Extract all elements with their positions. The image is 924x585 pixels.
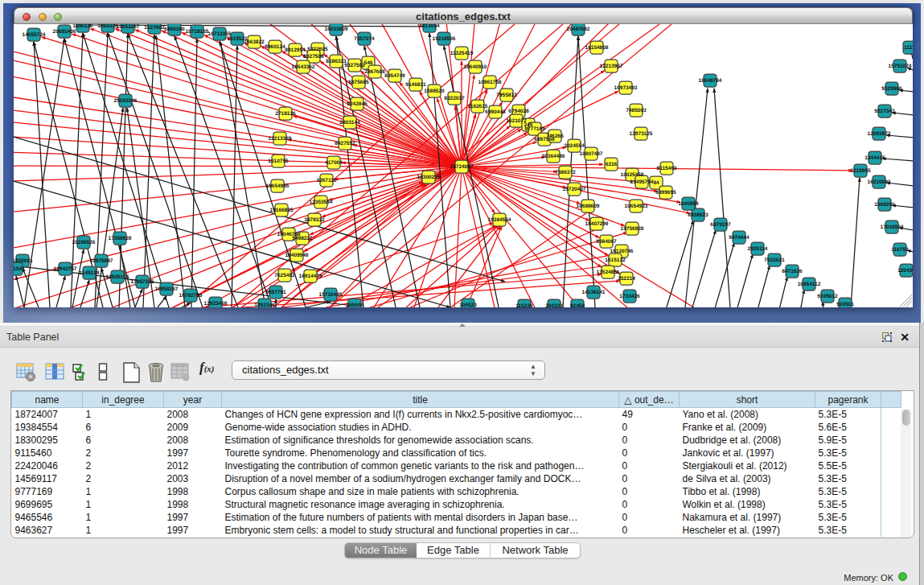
svg-text:9327508: 9327508 <box>303 54 324 60</box>
svg-text:7663822: 7663822 <box>244 39 265 45</box>
svg-text:18409948: 18409948 <box>285 253 309 258</box>
svg-text:10961758: 10961758 <box>478 80 502 85</box>
svg-text:1117: 1117 <box>904 45 913 51</box>
svg-text:116753: 116753 <box>891 247 909 253</box>
svg-text:16914479: 16914479 <box>299 274 322 279</box>
svg-text:15720407: 15720407 <box>563 187 586 192</box>
svg-text:14055724: 14055724 <box>23 32 46 38</box>
svg-text:17957225: 17957225 <box>131 279 154 285</box>
svg-text:12093872: 12093872 <box>868 131 891 137</box>
svg-text:204233: 204233 <box>545 303 563 307</box>
svg-text:1835001: 1835001 <box>14 258 33 264</box>
svg-text:10688609: 10688609 <box>577 204 600 209</box>
svg-text:17359928: 17359928 <box>109 236 132 241</box>
svg-text:20487682: 20487682 <box>567 27 590 32</box>
svg-text:991541: 991541 <box>14 266 25 272</box>
svg-text:13495794: 13495794 <box>630 179 654 185</box>
svg-text:12353594: 12353594 <box>310 200 333 205</box>
svg-text:11325419: 11325419 <box>450 51 474 56</box>
svg-text:6794028: 6794028 <box>508 109 529 114</box>
svg-text:252214: 252214 <box>618 276 635 282</box>
svg-text:16154808: 16154808 <box>585 45 609 51</box>
svg-text:12923468: 12923468 <box>204 301 228 307</box>
svg-text:20206526: 20206526 <box>72 240 96 245</box>
svg-text:18300275: 18300275 <box>417 175 441 180</box>
svg-text:19756928: 19756928 <box>621 226 644 232</box>
svg-text:10719155: 10719155 <box>186 29 209 35</box>
svg-text:9245612: 9245612 <box>817 294 838 299</box>
svg-text:7386372: 7386372 <box>555 170 576 175</box>
svg-text:7625402: 7625402 <box>274 273 295 278</box>
svg-text:3878332: 3878332 <box>304 217 325 223</box>
svg-text:9327503: 9327503 <box>344 63 365 68</box>
svg-text:20364486: 20364486 <box>542 154 565 159</box>
svg-text:10654112: 10654112 <box>798 282 821 287</box>
svg-text:8960124: 8960124 <box>265 44 285 50</box>
svg-text:1292346: 1292346 <box>254 303 275 307</box>
svg-text:1162615: 1162615 <box>468 104 488 109</box>
svg-text:84: 84 <box>653 180 659 186</box>
svg-text:12505135: 12505135 <box>106 274 129 280</box>
svg-text:8427552: 8427552 <box>335 141 355 146</box>
svg-text:1640954: 1640954 <box>678 201 699 207</box>
svg-text:1890110: 1890110 <box>73 24 93 29</box>
svg-text:8186323: 8186323 <box>326 59 347 64</box>
svg-text:1145134: 1145134 <box>80 270 100 276</box>
svg-text:5322605: 5322605 <box>307 47 328 52</box>
svg-text:2718126: 2718126 <box>275 111 296 117</box>
svg-text:16210693: 16210693 <box>868 179 891 185</box>
svg-text:20691406: 20691406 <box>53 29 76 35</box>
svg-text:15716485: 15716485 <box>319 292 343 298</box>
svg-text:9227343: 9227343 <box>874 109 895 114</box>
svg-text:9474444: 9474444 <box>729 235 749 241</box>
svg-text:1244415: 1244415 <box>864 155 885 161</box>
svg-text:165046: 165046 <box>346 303 363 307</box>
svg-text:16543362: 16543362 <box>292 64 315 70</box>
svg-text:9146821: 9146821 <box>405 82 426 88</box>
svg-text:9657791: 9657791 <box>265 290 286 295</box>
svg-text:92450: 92450 <box>570 303 585 307</box>
svg-text:2867608: 2867608 <box>364 69 385 75</box>
svg-text:10973493: 10973493 <box>614 85 638 91</box>
svg-text:19166825: 19166825 <box>270 208 294 213</box>
svg-text:14136141: 14136141 <box>582 290 606 295</box>
svg-text:9777169: 9777169 <box>524 126 545 132</box>
svg-text:1065326: 1065326 <box>97 24 118 29</box>
svg-text:10975887: 10975887 <box>90 258 113 264</box>
svg-text:8938923: 8938923 <box>688 212 708 218</box>
svg-text:16033809: 16033809 <box>325 27 348 32</box>
svg-text:1733426: 1733426 <box>619 294 640 299</box>
svg-text:15751074: 15751074 <box>889 64 912 69</box>
svg-text:10807487: 10807487 <box>580 151 603 157</box>
svg-text:6899695: 6899695 <box>655 190 676 196</box>
svg-text:924501: 924501 <box>836 302 854 307</box>
svg-text:7357274: 7357274 <box>354 36 375 42</box>
svg-text:9115460: 9115460 <box>657 166 677 171</box>
svg-text:10046768: 10046768 <box>277 232 301 237</box>
svg-text:16782759: 16782759 <box>179 293 203 299</box>
svg-text:13524851: 13524851 <box>597 270 620 275</box>
svg-text:3267110: 3267110 <box>317 178 337 183</box>
svg-text:8454749: 8454749 <box>384 73 405 79</box>
svg-text:19384554: 19384554 <box>488 217 511 223</box>
svg-text:9329966: 9329966 <box>881 86 902 92</box>
svg-text:9242845: 9242845 <box>347 101 368 107</box>
svg-text:12213369: 12213369 <box>269 136 292 142</box>
svg-text:1527602: 1527602 <box>144 25 165 31</box>
svg-text:8912954: 8912954 <box>285 47 306 53</box>
svg-text:5875685: 5875685 <box>348 80 369 85</box>
svg-text:10958167: 10958167 <box>155 286 179 292</box>
svg-text:7632621: 7632621 <box>764 257 785 263</box>
svg-text:9384067: 9384067 <box>596 239 617 245</box>
svg-text:1615132: 1615132 <box>605 257 626 263</box>
svg-text:3024554: 3024554 <box>564 143 585 149</box>
svg-text:417004: 417004 <box>325 160 343 166</box>
svg-text:10654923: 10654923 <box>625 204 648 209</box>
svg-text:746266: 746266 <box>546 134 564 139</box>
svg-text:17016504: 17016504 <box>881 225 904 230</box>
svg-text:12942757: 12942757 <box>54 266 77 272</box>
svg-text:1010755: 1010755 <box>268 159 289 164</box>
svg-text:10025458: 10025458 <box>621 172 644 178</box>
svg-text:19654985: 19654985 <box>266 183 290 189</box>
svg-text:7955812: 7955812 <box>496 93 517 98</box>
